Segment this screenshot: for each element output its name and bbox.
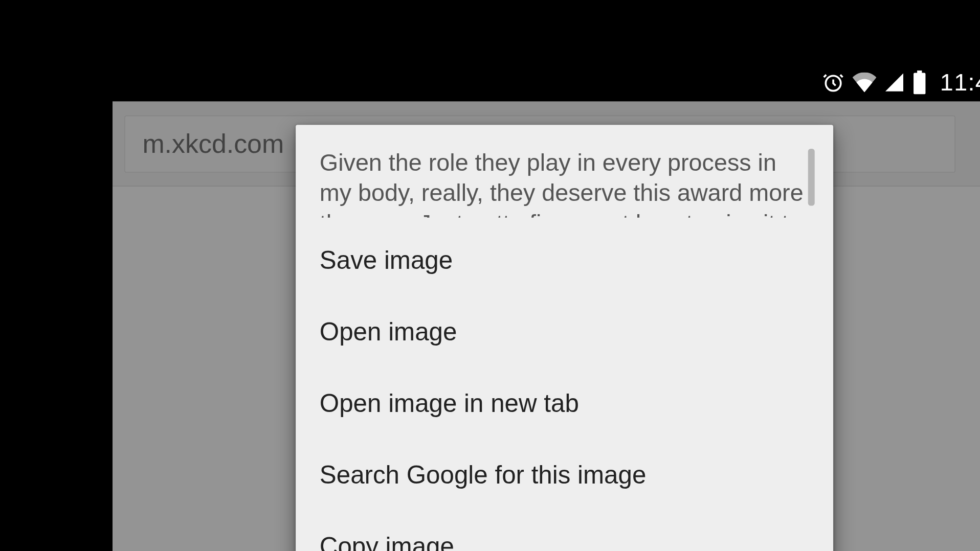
menu-item-search-google[interactable]: Search Google for this image (296, 439, 833, 511)
menu-item-save-image[interactable]: Save image (296, 224, 833, 296)
context-menu-header-text: Given the role they play in every proces… (320, 147, 810, 218)
svg-rect-1 (914, 73, 925, 94)
menu-item-label: Open image (320, 317, 457, 346)
svg-rect-2 (917, 71, 922, 74)
menu-item-label: Search Google for this image (320, 461, 647, 489)
menu-item-open-new-tab[interactable]: Open image in new tab (296, 368, 833, 439)
image-context-menu: Given the role they play in every proces… (296, 125, 833, 551)
clock-text: 11:47 (940, 68, 980, 96)
menu-item-open-image[interactable]: Open image (296, 296, 833, 368)
phone-frame: 11:47 m.xkcd. (113, 63, 980, 552)
menu-item-label: Copy image (320, 532, 454, 551)
battery-icon (912, 71, 927, 95)
scrollbar-thumb[interactable] (808, 149, 815, 206)
wifi-icon (853, 73, 877, 93)
alarm-icon (822, 71, 844, 94)
context-menu-header: Given the role they play in every proces… (296, 125, 833, 218)
context-menu-items: Save image Open image Open image in new … (296, 218, 833, 551)
menu-item-copy-image[interactable]: Copy image (296, 511, 833, 551)
status-bar: 11:47 (113, 63, 980, 102)
menu-item-label: Save image (320, 246, 453, 274)
menu-item-label: Open image in new tab (320, 389, 579, 418)
cellular-icon (884, 73, 904, 93)
